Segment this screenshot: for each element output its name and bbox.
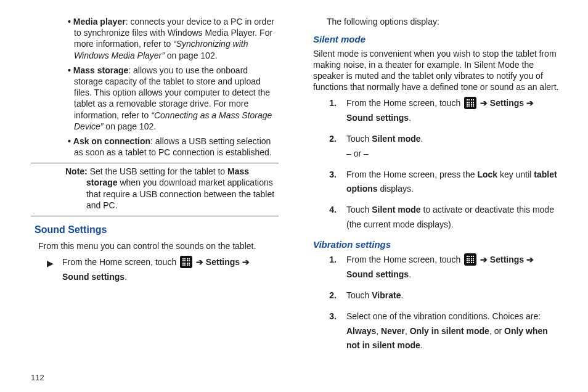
t: . xyxy=(409,113,411,123)
arrow-icon: ➔ xyxy=(524,255,534,264)
bullet-dot: • xyxy=(68,136,71,146)
t: Select one of the vibration conditions. … xyxy=(346,311,541,321)
step-row: ▶ From the Home screen, touch ➔ Settings… xyxy=(47,255,279,285)
t: From the Home screen, touch xyxy=(62,257,179,267)
t: Touch xyxy=(346,134,372,144)
t: From the Home screen, touch xyxy=(346,98,463,108)
right-column: The following options display: Silent mo… xyxy=(313,16,561,380)
list-item: 3. From the Home screen, press the Lock … xyxy=(328,168,561,197)
note-rule-top xyxy=(31,163,279,163)
t: . xyxy=(420,340,423,350)
page: • Media player: connects your device to … xyxy=(0,0,588,392)
left-column: • Media player: connects your device to … xyxy=(31,16,279,380)
t: , xyxy=(376,326,381,336)
t: Sound settings xyxy=(62,272,125,282)
apps-grid-icon xyxy=(180,256,192,268)
step-number: 3. xyxy=(328,168,337,197)
list-item: 2. Touch Silent mode. – or – xyxy=(328,132,561,161)
note-text: Note: Set the USB setting for the tablet… xyxy=(31,166,279,211)
or-text: – or – xyxy=(346,149,369,158)
t: Silent mode xyxy=(372,134,420,144)
options-intro: The following options display: xyxy=(327,16,561,27)
t: Settings xyxy=(490,255,524,264)
t: displays. xyxy=(378,184,414,194)
note-rule-bottom xyxy=(31,216,279,216)
t: Lock xyxy=(477,169,497,179)
bullet-lead: Ask on connection xyxy=(73,136,150,146)
t: Never xyxy=(381,326,405,336)
t: , xyxy=(405,326,410,336)
arrow-icon: ➔ xyxy=(194,257,206,267)
t: Touch xyxy=(346,290,372,300)
arrow-icon: ➔ xyxy=(478,255,490,264)
t: Touch xyxy=(346,205,372,214)
bullet-tail: on page 102. xyxy=(165,51,218,60)
t: , or xyxy=(489,326,504,336)
t: From the Home screen, touch xyxy=(346,255,463,264)
step-text: From the Home screen, touch ➔ Settings ➔… xyxy=(346,96,561,126)
list-item: 1. From the Home screen, touch ➔ Setting… xyxy=(328,253,561,282)
bullet-tail: on page 102. xyxy=(103,121,156,131)
t: Settings xyxy=(206,257,240,267)
arrow-icon: ➔ xyxy=(240,257,250,267)
apps-grid-icon xyxy=(464,97,476,109)
step-text: Touch Vibrate. xyxy=(346,288,561,303)
silent-steps: 1. From the Home screen, touch ➔ Setting… xyxy=(313,96,561,232)
subheading-vibration-settings: Vibration settings xyxy=(313,239,561,251)
t: key until xyxy=(497,169,534,179)
bullet-dot: • xyxy=(68,17,71,27)
arrow-icon: ➔ xyxy=(524,98,534,108)
t: Always xyxy=(346,326,376,336)
t: From the Home screen, press the xyxy=(346,169,477,179)
subheading-silent-mode: Silent mode xyxy=(313,33,561,46)
heading-sound-settings: Sound Settings xyxy=(35,224,279,237)
t: Sound settings xyxy=(346,269,409,279)
bullet-lead: Mass storage xyxy=(73,65,128,75)
bullet-media-player: • Media player: connects your device to … xyxy=(31,16,279,61)
step-text: Touch Silent mode to activate or deactiv… xyxy=(346,203,561,232)
triangle-icon: ▶ xyxy=(47,255,54,285)
t: . xyxy=(421,134,423,144)
bullet-ask-on-connection: • Ask on connection: allows a USB settin… xyxy=(31,136,279,158)
list-item: 2. Touch Vibrate. xyxy=(328,288,561,303)
t: . xyxy=(401,290,403,300)
note-body-a: Set the USB setting for the tablet to xyxy=(88,166,227,176)
step-number: 1. xyxy=(328,253,337,282)
step-number: 3. xyxy=(328,309,337,353)
arrow-icon: ➔ xyxy=(478,98,490,108)
step-number: 2. xyxy=(328,288,337,303)
list-item: 1. From the Home screen, touch ➔ Setting… xyxy=(328,96,561,126)
t: Silent mode xyxy=(372,205,420,214)
step-text: From the Home screen, touch ➔ Settings ➔… xyxy=(62,255,279,285)
note-label: Note: xyxy=(65,166,88,176)
t: Sound settings xyxy=(346,113,409,123)
t: Only in silent mode xyxy=(410,326,489,336)
list-item: 3. Select one of the vibration condition… xyxy=(328,309,561,353)
step-text: Select one of the vibration conditions. … xyxy=(346,309,561,353)
step-text: From the Home screen, press the Lock key… xyxy=(346,168,561,197)
step-number: 1. xyxy=(328,96,337,126)
bullet-mass-storage: • Mass storage: allows you to use the on… xyxy=(31,65,279,132)
bullet-dot: • xyxy=(68,65,71,75)
step-number: 2. xyxy=(328,132,337,161)
vibration-steps: 1. From the Home screen, touch ➔ Setting… xyxy=(313,253,561,353)
t: Settings xyxy=(490,98,524,108)
step-number: 4. xyxy=(328,203,337,232)
t: Vibrate xyxy=(372,290,401,300)
step-text: From the Home screen, touch ➔ Settings ➔… xyxy=(346,253,561,282)
t: . xyxy=(125,272,127,282)
list-item: 4. Touch Silent mode to activate or deac… xyxy=(328,203,561,232)
bullet-lead: Media player xyxy=(73,17,126,27)
page-number: 112 xyxy=(31,373,44,382)
sound-intro: From this menu you can control the sound… xyxy=(38,240,279,251)
apps-grid-icon xyxy=(464,253,476,266)
silent-body: Silent mode is convenient when you wish … xyxy=(313,48,561,93)
step-text: Touch Silent mode. – or – xyxy=(346,132,561,161)
t: . xyxy=(409,269,411,279)
